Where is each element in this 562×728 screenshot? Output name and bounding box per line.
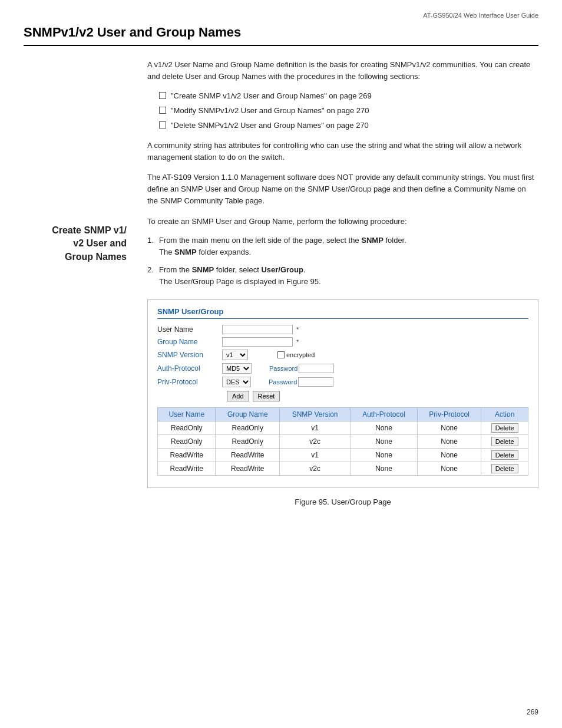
figure-title: SNMP User/Group	[157, 307, 528, 319]
cell-priv: None	[417, 449, 481, 462]
bullet-item-2: "Modify SNMPv1/v2 User and Group Names" …	[159, 106, 538, 117]
auth-password-input[interactable]	[299, 364, 334, 373]
col-priv-protocol: Priv-Protocol	[417, 408, 481, 421]
form-buttons: Add Reset	[227, 391, 528, 401]
cell-auth: None	[351, 421, 418, 435]
bullet-icon-1	[159, 92, 166, 99]
page-title: SNMPv1/v2 User and Group Names	[24, 25, 538, 46]
cell-user: ReadOnly	[158, 435, 216, 449]
cell-version: v2c	[280, 462, 351, 476]
cell-group: ReadOnly	[216, 435, 280, 449]
figure-box: SNMP User/Group User Name * Group Name	[147, 299, 538, 488]
cell-version: v2c	[280, 435, 351, 449]
password-label-2: Password	[269, 378, 297, 386]
create-intro: To create an SNMP User and Group Name, p…	[147, 216, 538, 228]
bullet-icon-3	[159, 121, 166, 129]
cell-version: v1	[280, 421, 351, 435]
delete-button-0[interactable]: Delete	[491, 423, 518, 433]
cell-priv: None	[417, 421, 481, 435]
cell-action: Delete	[481, 435, 528, 449]
cell-action: Delete	[481, 421, 528, 435]
intro-para2: A community string has attributes for co…	[147, 140, 538, 163]
intro-para1: A v1/v2 User Name and Group Name definit…	[147, 59, 538, 83]
snmp-version-select[interactable]: v1 v2c v3	[222, 350, 248, 360]
priv-password-input[interactable]	[298, 377, 333, 387]
intro-para3: The AT-S109 Version 1.1.0 Management sof…	[147, 172, 538, 207]
cell-action: Delete	[481, 449, 528, 462]
table-row: ReadWrite ReadWrite v1 None None Delete	[158, 449, 528, 462]
encrypted-checkbox[interactable]	[277, 351, 285, 358]
cell-version: v1	[280, 449, 351, 462]
user-name-input[interactable]	[222, 325, 293, 334]
col-user-name: User Name	[158, 408, 216, 421]
table-row: ReadOnly ReadOnly v1 None None Delete	[158, 421, 528, 435]
cell-user: ReadOnly	[158, 421, 216, 435]
step-2: 2. From the SNMP folder, select User/Gro…	[147, 264, 538, 288]
reset-button[interactable]: Reset	[253, 391, 280, 401]
cell-user: ReadWrite	[158, 462, 216, 476]
cell-action: Delete	[481, 462, 528, 476]
section-heading: Create SNMP v1/ v2 User and Group Names	[24, 224, 135, 263]
cell-auth: None	[351, 462, 418, 476]
delete-button-2[interactable]: Delete	[491, 450, 518, 460]
col-group-name: Group Name	[216, 408, 280, 421]
cell-group: ReadWrite	[216, 462, 280, 476]
snmp-version-label: SNMP Version	[157, 351, 222, 359]
table-row: ReadWrite ReadWrite v2c None None Delete	[158, 462, 528, 476]
table-header-row: User Name Group Name SNMP Version Auth-P…	[158, 408, 528, 421]
group-asterisk: *	[296, 338, 299, 345]
col-auth-protocol: Auth-Protocol	[351, 408, 418, 421]
encrypted-label: encrypted	[286, 351, 315, 358]
step-1: 1. From the main menu on the left side o…	[147, 235, 538, 258]
numbered-steps: 1. From the main menu on the left side o…	[147, 235, 538, 288]
table-row: ReadOnly ReadOnly v2c None None Delete	[158, 435, 528, 449]
col-action: Action	[481, 408, 528, 421]
header-meta: AT-GS950/24 Web Interface User Guide	[24, 12, 538, 19]
cell-auth: None	[351, 435, 418, 449]
auth-protocol-select[interactable]: MD5 SHA	[222, 363, 252, 374]
delete-button-3[interactable]: Delete	[491, 464, 518, 473]
page-number: 269	[527, 708, 538, 716]
bullet-item-3: "Delete SNMPv1/v2 User and Group Names" …	[159, 120, 538, 131]
cell-auth: None	[351, 449, 418, 462]
col-snmp-version: SNMP Version	[280, 408, 351, 421]
group-name-label: Group Name	[157, 338, 222, 346]
bullet-icon-2	[159, 107, 166, 114]
add-button[interactable]: Add	[227, 391, 249, 401]
cell-user: ReadWrite	[158, 449, 216, 462]
priv-protocol-label: Priv-Protocol	[157, 378, 222, 386]
bullet-item-1: "Create SNMP v1/v2 User and Group Names"…	[159, 91, 538, 102]
delete-button-1[interactable]: Delete	[491, 437, 518, 446]
password-label-1: Password	[269, 365, 297, 372]
user-asterisk: *	[296, 326, 299, 333]
cell-priv: None	[417, 462, 481, 476]
cell-priv: None	[417, 435, 481, 449]
figure-caption: Figure 95. User/Group Page	[147, 498, 538, 506]
bullet-list: "Create SNMP v1/v2 User and Group Names"…	[159, 91, 538, 131]
cell-group: ReadWrite	[216, 449, 280, 462]
user-name-label: User Name	[157, 325, 222, 334]
encrypted-checkbox-row: encrypted	[277, 351, 315, 358]
cell-group: ReadOnly	[216, 421, 280, 435]
user-group-table: User Name Group Name SNMP Version Auth-P…	[157, 407, 528, 476]
priv-protocol-select[interactable]: DES AES	[222, 377, 251, 387]
auth-protocol-label: Auth-Protocol	[157, 364, 222, 373]
group-name-input[interactable]	[222, 337, 293, 347]
